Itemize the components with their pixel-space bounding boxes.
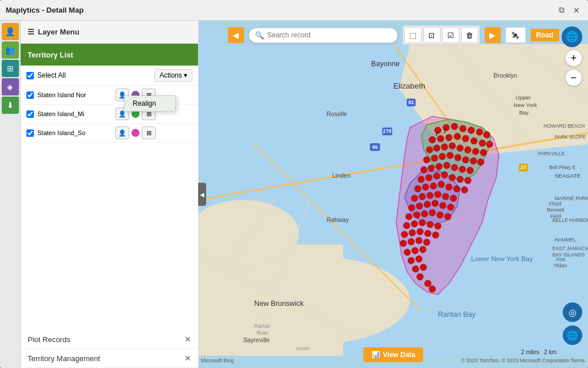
map-tools-group: ⬚ ⊡ ☑ 🗑 — [403, 25, 480, 45]
search-bar: 🔍 — [249, 28, 398, 43]
collapse-panel-button[interactable]: ◀ — [198, 183, 206, 206]
view-data-button[interactable]: 📊 View Data — [363, 347, 423, 362]
row2-name: Staten Island_Mi — [37, 110, 112, 117]
svg-text:River: River — [257, 330, 268, 336]
row1-name: Staten Island Nor — [37, 91, 112, 98]
row3-map-btn[interactable]: ⊞ — [142, 126, 156, 139]
svg-text:Elizabeth: Elizabeth — [393, 82, 425, 90]
svg-text:New Brunswick: New Brunswick — [254, 300, 304, 308]
svg-text:BAY ISLANDS: BAY ISLANDS — [552, 252, 585, 258]
search-input[interactable] — [268, 31, 389, 39]
scale-miles: 2 miles — [521, 349, 539, 355]
svg-text:95: 95 — [372, 144, 378, 150]
view-data-label: View Data — [383, 351, 415, 359]
download-icon-btn[interactable]: ⬇ — [2, 97, 19, 114]
territory-management-label: Territory Management — [28, 354, 100, 363]
svg-text:Linden: Linden — [332, 172, 350, 179]
left-panel: ☰ Layer Menu Territory List Select All A… — [21, 21, 199, 368]
nav-forward-button[interactable]: ▶ — [485, 27, 501, 43]
row3-checkbox[interactable] — [26, 129, 34, 137]
layer-menu-header: ☰ Layer Menu — [21, 21, 198, 44]
delete-tool-button[interactable]: 🗑 — [461, 27, 478, 43]
row3-icons: 👤 ⊞ — [115, 126, 156, 139]
people-icon-btn[interactable]: 👥 — [2, 41, 19, 59]
svg-text:Union: Union — [296, 346, 310, 351]
svg-text:Tilden: Tilden — [554, 263, 567, 269]
territory-management-close-button[interactable]: ✕ — [184, 354, 191, 363]
map-area[interactable]: Bayonne Elizabeth Roselle Linden Rahway … — [199, 21, 588, 368]
layers-icon-btn[interactable]: ◈ — [2, 78, 19, 95]
locate-button[interactable]: ◎ — [563, 302, 582, 322]
svg-text:Belt Pkwy E: Belt Pkwy E — [549, 164, 576, 170]
spacer — [21, 143, 198, 330]
zoom-in-button[interactable]: + — [565, 49, 582, 67]
scale-km: 2 km — [544, 349, 556, 355]
plot-records-label: Plot Records — [28, 335, 70, 344]
svg-text:Rahway: Rahway — [327, 216, 349, 223]
world-view-button[interactable]: 🌐 — [563, 325, 582, 345]
nav-back-button[interactable]: ◀ — [228, 27, 244, 43]
realign-option[interactable]: Realign — [125, 96, 175, 111]
svg-text:HOWARD BEACH: HOWARD BEACH — [544, 123, 585, 129]
plot-records-section: Plot Records ✕ — [21, 330, 198, 349]
row2-checkbox[interactable] — [26, 110, 34, 118]
svg-text:PARKVILLE: PARKVILLE — [538, 151, 565, 156]
row3-color-dot — [131, 129, 140, 137]
sidebar-icons: 👤 👥 ⊞ ◈ ⬇ — [0, 21, 21, 368]
copyright-text: © 2023 TomTom, © 2023 Microsoft Corporat… — [461, 358, 585, 363]
svg-text:Brooklyn: Brooklyn — [493, 72, 517, 79]
main-window: Maplytics - Detail Map ⧉ ✕ 👤 👥 ⊞ ◈ ⬇ ☰ L… — [0, 0, 588, 368]
window-title: Maplytics - Detail Map — [6, 6, 84, 14]
check-tool-button[interactable]: ☑ — [442, 27, 459, 43]
select-all-checkbox[interactable] — [26, 72, 34, 79]
actions-dropdown: Realign — [124, 95, 176, 112]
view-data-icon: 📊 — [372, 351, 380, 359]
lasso-tool-button[interactable]: ⊡ — [423, 27, 440, 43]
person-icon-btn[interactable]: 👤 — [2, 23, 19, 40]
row3-person-btn[interactable]: 👤 — [115, 126, 129, 139]
svg-text:SEAGATE: SEAGATE — [555, 172, 581, 179]
map-background: Bayonne Elizabeth Roselle Linden Rahway … — [199, 21, 588, 368]
select-all-row: Select All Actions ▾ — [21, 66, 198, 86]
map-icon-btn[interactable]: ⊞ — [2, 60, 19, 77]
territory-list-label: Territory List — [28, 51, 73, 59]
row1-checkbox[interactable] — [26, 91, 34, 99]
territory-management-section: Territory Management ✕ — [21, 349, 198, 368]
svg-text:27: 27 — [521, 164, 527, 170]
select-all-label: Select All — [37, 71, 151, 79]
svg-text:Roselle: Roselle — [327, 110, 347, 117]
scale-bar: 2 miles 2 km — [521, 349, 556, 355]
globe-button[interactable]: 🌐 — [562, 26, 582, 47]
row3-name: Staten Island_So — [37, 129, 112, 136]
actions-label: Actions — [160, 71, 182, 79]
restore-button[interactable]: ⧉ — [556, 5, 567, 16]
svg-text:Raritan Bay: Raritan Bay — [438, 310, 475, 319]
actions-button[interactable]: Actions ▾ — [154, 69, 192, 82]
svg-text:Bennett: Bennett — [547, 207, 564, 213]
svg-text:81: 81 — [408, 99, 414, 105]
svg-text:Bayonne: Bayonne — [371, 60, 400, 68]
title-bar-controls: ⧉ ✕ — [556, 5, 582, 16]
close-button[interactable]: ✕ — [571, 5, 582, 16]
territory-list-header: Territory List — [21, 44, 198, 66]
search-icon: 🔍 — [255, 31, 264, 40]
svg-text:MARINE PARK: MARINE PARK — [555, 195, 588, 201]
svg-text:New York: New York — [513, 102, 537, 108]
select-tool-button[interactable]: ⬚ — [404, 27, 421, 43]
actions-chevron-icon: ▾ — [184, 71, 187, 79]
table-row: Staten Island_So 👤 ⊞ — [21, 124, 198, 143]
zoom-out-button[interactable]: − — [565, 69, 582, 86]
plot-records-close-button[interactable]: ✕ — [184, 335, 191, 344]
svg-text:Sayreville: Sayreville — [243, 336, 269, 343]
svg-text:Floyd: Floyd — [549, 201, 561, 206]
svg-text:HAMMEL: HAMMEL — [555, 237, 576, 243]
layer-menu-icon: ☰ — [28, 28, 34, 36]
title-bar: Maplytics - Detail Map ⧉ ✕ — [0, 0, 588, 21]
layer-menu-label: Layer Menu — [38, 28, 79, 36]
main-content: 👤 👥 ⊞ ◈ ⬇ ☰ Layer Menu Territory List Se… — [0, 21, 588, 368]
road-view-button[interactable]: Road — [531, 29, 559, 41]
svg-text:Upper: Upper — [516, 94, 531, 101]
svg-text:278: 278 — [383, 128, 392, 134]
svg-text:Bay: Bay — [519, 109, 529, 116]
bing-logo: Microsoft Bing — [201, 358, 234, 363]
